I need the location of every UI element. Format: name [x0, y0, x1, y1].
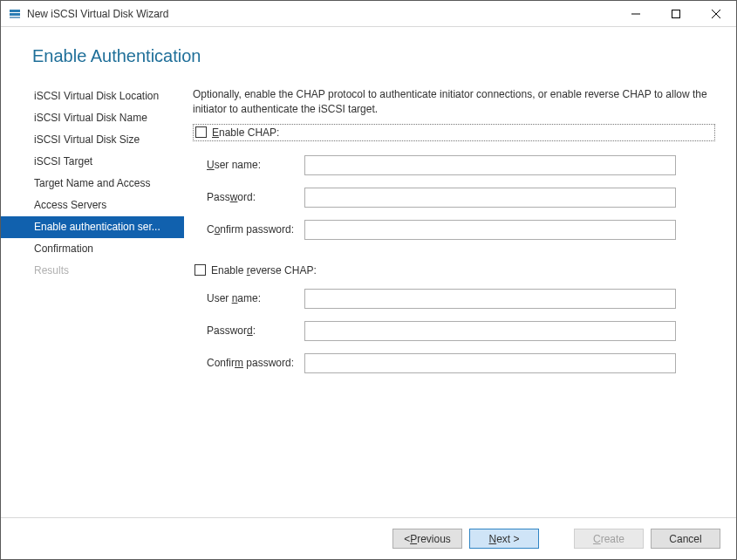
enable-reverse-chap-row[interactable]: Enable reverse CHAP: [193, 264, 719, 277]
chap-password-row: Password: [207, 188, 719, 208]
maximize-button[interactable] [656, 1, 696, 27]
reverse-confirm-input[interactable] [304, 353, 676, 373]
enable-reverse-chap-checkbox[interactable] [194, 264, 206, 276]
reverse-password-label: Password: [207, 324, 304, 337]
chap-password-label: Password: [207, 191, 304, 203]
chap-password-input[interactable] [304, 188, 676, 208]
reverse-confirm-row: Confirm password: [207, 353, 719, 373]
header: Enable Authentication [1, 27, 736, 79]
chap-username-row: User name: [207, 155, 719, 175]
chap-username-input[interactable] [304, 155, 676, 175]
window-title: New iSCSI Virtual Disk Wizard [27, 8, 616, 20]
next-button[interactable]: Next > [469, 529, 539, 549]
svg-rect-2 [10, 17, 20, 18]
step-iscsi-target[interactable]: iSCSI Target [1, 151, 184, 173]
chap-confirm-input[interactable] [304, 220, 676, 240]
step-target-name[interactable]: Target Name and Access [1, 173, 184, 195]
chap-confirm-row: Confirm password: [207, 220, 719, 240]
svg-rect-0 [10, 10, 20, 12]
step-confirmation[interactable]: Confirmation [1, 238, 184, 260]
enable-chap-row[interactable]: Enable CHAP: [193, 124, 715, 141]
enable-reverse-chap-label: Enable reverse CHAP: [211, 264, 317, 277]
window-controls [616, 1, 736, 27]
reverse-username-row: User name: [207, 289, 719, 309]
titlebar: New iSCSI Virtual Disk Wizard [1, 1, 736, 27]
main-panel: Optionally, enable the CHAP protocol to … [184, 79, 736, 560]
reverse-password-row: Password: [207, 321, 719, 341]
chap-confirm-label: Confirm password: [207, 223, 304, 236]
chap-username-label: User name: [207, 159, 304, 171]
step-results: Results [1, 260, 184, 282]
step-access-servers[interactable]: Access Servers [1, 195, 184, 216]
footer: < Previous Next > Create Cancel [1, 517, 736, 559]
wizard-steps: iSCSI Virtual Disk Location iSCSI Virtua… [1, 79, 184, 560]
reverse-username-label: User name: [207, 292, 304, 304]
create-button: Create [574, 529, 644, 549]
minimize-button[interactable] [616, 1, 656, 27]
reverse-username-input[interactable] [304, 289, 676, 309]
svg-rect-3 [672, 10, 680, 17]
step-disk-location[interactable]: iSCSI Virtual Disk Location [1, 85, 184, 107]
enable-chap-checkbox[interactable] [195, 126, 207, 138]
description-text: Optionally, enable the CHAP protocol to … [193, 87, 719, 117]
previous-button[interactable]: < Previous [392, 529, 462, 549]
app-icon [8, 7, 22, 21]
reverse-password-input[interactable] [304, 321, 676, 341]
page-title: Enable Authentication [32, 46, 736, 66]
close-button[interactable] [696, 1, 736, 27]
reverse-confirm-label: Confirm password: [207, 357, 304, 369]
enable-chap-label: Enable CHAP: [212, 126, 279, 139]
step-disk-size[interactable]: iSCSI Virtual Disk Size [1, 129, 184, 151]
step-disk-name[interactable]: iSCSI Virtual Disk Name [1, 107, 184, 129]
step-enable-authentication[interactable]: Enable authentication ser... [1, 216, 184, 238]
svg-rect-1 [10, 13, 20, 16]
cancel-button[interactable]: Cancel [651, 529, 720, 549]
